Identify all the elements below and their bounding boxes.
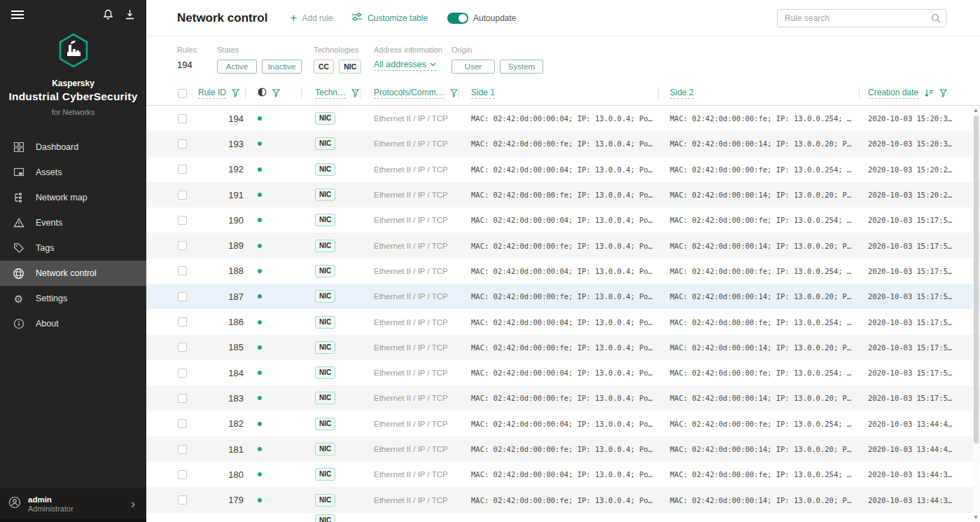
protocols-cell: Ethernet II / IP / TCP [360, 309, 458, 334]
table-row[interactable]: 183NICEthernet II / IP / TCPMAC: 02:42:0… [146, 385, 980, 411]
column-creation-date[interactable]: Creation date [868, 88, 918, 99]
state-active-dot [258, 498, 262, 502]
filter-active-button[interactable]: Active [217, 60, 257, 74]
filter-funnel-icon[interactable] [450, 89, 458, 97]
state-active-dot [258, 116, 262, 121]
scroll-up-arrow-icon[interactable] [974, 109, 978, 112]
table-row[interactable]: 188NICEthernet II / IP / TCPMAC: 02:42:0… [146, 259, 980, 284]
row-checkbox[interactable] [178, 343, 187, 352]
row-checkbox[interactable] [178, 241, 187, 250]
sidebar-item-about[interactable]: About [0, 311, 146, 336]
table-row[interactable]: 187NICEthernet II / IP / TCPMAC: 02:42:0… [146, 284, 980, 309]
table-row[interactable]: 191NICEthernet II / IP / TCPMAC: 02:42:0… [146, 182, 980, 207]
row-checkbox[interactable] [178, 191, 187, 200]
filter-funnel-icon[interactable] [272, 89, 280, 97]
table-row[interactable]: 190NICEthernet II / IP / TCPMAC: 02:42:0… [146, 207, 980, 233]
customize-table-button[interactable]: Customize table [351, 12, 428, 25]
sidebar-item-tags[interactable]: Tags [0, 235, 146, 261]
row-checkbox[interactable] [178, 317, 187, 327]
row-checkbox[interactable] [178, 369, 187, 378]
sidebar-item-label: Network control [36, 268, 97, 278]
filter-cc-badge[interactable]: CC [314, 60, 334, 74]
search-icon[interactable] [931, 13, 941, 26]
row-checkbox[interactable] [178, 139, 187, 149]
sidebar-item-dashboard[interactable]: Dashboard [0, 135, 146, 160]
state-active-dot [258, 218, 262, 222]
protocols-cell: Ethernet II / IP / TCP [360, 437, 458, 462]
row-checkbox[interactable] [178, 266, 187, 275]
side2-cell: MAC: 02:42:0d:00:00:14; IP: 13.0.0.20; P… [658, 385, 859, 411]
table-row[interactable]: 184NICEthernet II / IP / TCPMAC: 02:42:0… [146, 360, 980, 385]
table-row[interactable]: 179NICEthernet II / IP / TCPMAC: 02:42:0… [146, 487, 980, 512]
table-row[interactable]: 181NICEthernet II / IP / TCPMAC: 02:42:0… [146, 437, 980, 462]
state-active-dot [258, 472, 262, 476]
sort-descending-icon[interactable] [924, 89, 934, 97]
autoupdate-control: Autoupdate [447, 13, 516, 24]
table-row[interactable]: 185NICEthernet II / IP / TCPMAC: 02:42:0… [146, 335, 980, 360]
row-checkbox[interactable] [178, 394, 187, 403]
sidebar-item-events[interactable]: Events [0, 210, 146, 235]
protocols-cell: Ethernet II / IP / TCP [360, 106, 458, 131]
table-row[interactable]: 189NICEthernet II / IP / TCPMAC: 02:42:0… [146, 233, 980, 258]
table-body: 194NICEthernet II / IP / TCPMAC: 02:42:0… [146, 106, 980, 522]
scrollbar-thumb[interactable] [974, 116, 979, 444]
info-icon [13, 318, 24, 330]
column-protocols[interactable]: Protocols/Comm… [374, 88, 444, 99]
table-row[interactable]: 186NICEthernet II / IP / TCPMAC: 02:42:0… [146, 309, 980, 334]
side1-cell: MAC: 02:42:0d:00:00:fe; IP: 13.0.0.4; Po… [458, 487, 658, 512]
hamburger-menu-icon[interactable] [11, 8, 24, 21]
filter-system-button[interactable]: System [500, 60, 543, 74]
user-role: Administrator [28, 504, 131, 513]
scroll-down-arrow-icon[interactable] [974, 516, 978, 519]
table-row-partial[interactable]: NIC [146, 513, 980, 522]
add-rule-button[interactable]: + Add rule [290, 12, 333, 24]
row-checkbox[interactable] [178, 292, 187, 301]
filter-inactive-button[interactable]: Inactive [262, 60, 302, 74]
column-side2[interactable]: Side 2 [670, 88, 694, 99]
filter-funnel-icon[interactable] [939, 89, 947, 97]
protocols-cell: Ethernet II / IP / TCP [360, 131, 458, 156]
sidebar-item-settings[interactable]: ⚙ Settings [0, 286, 146, 311]
technology-badge: NIC [315, 290, 335, 303]
row-checkbox[interactable] [178, 470, 187, 479]
all-addresses-dropdown[interactable]: All addresses [374, 60, 436, 71]
protocols-cell: Ethernet II / IP / TCP [360, 207, 458, 233]
side2-cell: MAC: 02:42:0d:00:00:fe; IP: 13.0.0.254; … [658, 157, 859, 182]
vertical-scrollbar[interactable] [973, 106, 979, 522]
filter-nic-badge[interactable]: NIC [339, 60, 361, 74]
filter-funnel-icon[interactable] [351, 89, 359, 97]
column-rule-id[interactable]: Rule ID [198, 88, 226, 99]
column-side1[interactable]: Side 1 [471, 88, 495, 99]
row-checkbox[interactable] [178, 216, 187, 225]
creation-date-cell: 2020-10-03 13:44:4… [859, 437, 980, 462]
table-row[interactable]: 180NICEthernet II / IP / TCPMAC: 02:42:0… [146, 462, 980, 487]
autoupdate-toggle[interactable] [447, 13, 468, 24]
state-active-dot [258, 371, 262, 375]
download-icon[interactable] [125, 9, 135, 20]
bell-icon[interactable] [103, 9, 113, 20]
filter-user-button[interactable]: User [451, 60, 495, 74]
table-row[interactable]: 192NICEthernet II / IP / TCPMAC: 02:42:0… [146, 157, 980, 182]
protocols-cell: Ethernet II / IP / TCP [360, 360, 458, 385]
user-account-bar[interactable]: admin Administrator › [0, 488, 146, 519]
sidebar-item-network-control[interactable]: Network control [0, 261, 146, 286]
filter-funnel-icon[interactable] [232, 89, 239, 97]
row-checkbox[interactable] [178, 165, 187, 174]
row-checkbox[interactable] [178, 445, 187, 454]
table-row[interactable]: 194NICEthernet II / IP / TCPMAC: 02:42:0… [146, 106, 980, 131]
row-checkbox[interactable] [178, 419, 187, 428]
sidebar-item-assets[interactable]: Assets [0, 160, 146, 185]
state-column-icon[interactable] [258, 88, 267, 99]
protocols-cell: Ethernet II / IP / TCP [360, 335, 458, 360]
table-row[interactable]: 182NICEthernet II / IP / TCPMAC: 02:42:0… [146, 411, 980, 437]
search-input[interactable] [777, 9, 946, 27]
sidebar-item-network-map[interactable]: Network map [0, 185, 146, 210]
row-checkbox[interactable] [178, 495, 187, 504]
side2-cell: MAC: 02:42:0d:00:00:fe; IP: 13.0.0.254; … [658, 309, 859, 334]
table-row[interactable]: 193NICEthernet II / IP / TCPMAC: 02:42:0… [146, 131, 980, 156]
column-technology[interactable]: Techn… [315, 88, 346, 99]
protocols-cell: Ethernet II / IP / TCP [360, 182, 458, 207]
row-checkbox[interactable] [178, 114, 187, 123]
select-all-checkbox[interactable] [178, 89, 187, 98]
creation-date-cell: 2020-10-03 15:20:2… [859, 157, 980, 182]
